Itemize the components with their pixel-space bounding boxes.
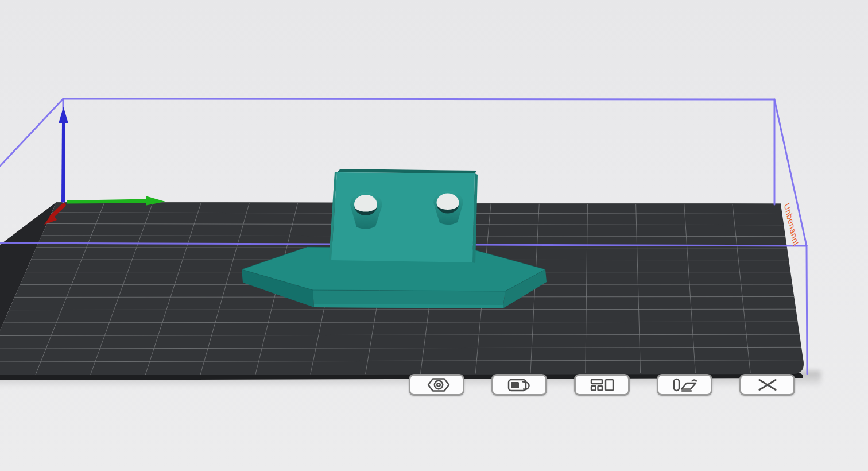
arrange-button[interactable] bbox=[574, 374, 630, 396]
close-x-icon bbox=[754, 377, 781, 393]
clone-object-icon bbox=[506, 377, 533, 393]
export-plate-icon bbox=[671, 377, 699, 393]
build-volume-front-right-edge bbox=[807, 246, 807, 374]
clone-button[interactable] bbox=[491, 374, 547, 396]
y-axis-arrow bbox=[67, 199, 146, 204]
plate-toolbar bbox=[409, 374, 795, 396]
slicer-viewport: ELEGOO bbox=[0, 0, 868, 471]
z-axis-arrowhead bbox=[59, 107, 68, 123]
arrange-objects-icon bbox=[588, 377, 616, 393]
hexagon-lens-icon bbox=[421, 377, 452, 393]
export-plate-button[interactable] bbox=[657, 374, 712, 396]
scene-canvas: ELEGOO bbox=[0, 0, 868, 471]
close-button[interactable] bbox=[739, 374, 795, 396]
lens-view-button[interactable] bbox=[409, 374, 464, 396]
z-axis-arrow bbox=[61, 122, 65, 202]
